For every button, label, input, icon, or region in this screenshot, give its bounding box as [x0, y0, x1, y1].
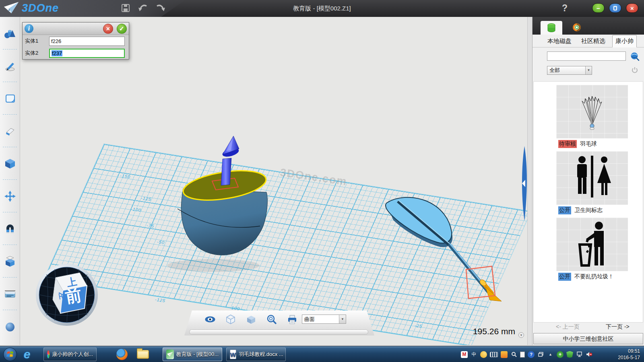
- maximize-button[interactable]: [609, 3, 621, 13]
- entity2-field[interactable]: f237: [49, 49, 125, 58]
- volume-muted-tray-icon[interactable]: [586, 351, 592, 358]
- shield-tray-icon[interactable]: [566, 351, 573, 358]
- print-icon[interactable]: [287, 314, 298, 325]
- power-icon[interactable]: [632, 67, 638, 73]
- tool-eraser[interactable]: [0, 115, 20, 147]
- measurement-readout: 195.26 mm: [427, 327, 515, 336]
- taskbar-button-word[interactable]: W 羽毛球教程.docx ...: [226, 348, 286, 361]
- tool-surface[interactable]: [0, 82, 20, 115]
- tool-combine[interactable]: [0, 245, 20, 278]
- prev-page-button[interactable]: <- 上一页: [556, 323, 580, 331]
- panel-collapse-handle[interactable]: [520, 145, 527, 222]
- network-tray-icon[interactable]: [576, 351, 583, 358]
- tool-move[interactable]: [0, 180, 20, 212]
- feather-tip-arrow[interactable]: [479, 279, 502, 301]
- model-list: 待审核 羽毛球 公开: [533, 81, 643, 323]
- tool-primitive-solids[interactable]: [0, 17, 20, 49]
- category-filter-select[interactable]: 全部 ▼: [547, 66, 592, 75]
- start-button[interactable]: [3, 348, 17, 361]
- logo-text: 3DOne: [22, 2, 59, 14]
- help-tray-icon[interactable]: ?: [528, 351, 535, 358]
- measure-icon: [4, 288, 16, 300]
- measurement-dropdown-button[interactable]: ▼: [518, 332, 524, 338]
- feather-solid[interactable]: [386, 197, 488, 291]
- display-mode-value: 曲面: [302, 316, 339, 323]
- model-thumbnail-littering[interactable]: [556, 218, 628, 271]
- viewport-scrollbar[interactable]: [527, 17, 532, 345]
- tab-user[interactable]: 康小帅: [612, 35, 637, 47]
- wireframe-cube-icon[interactable]: [225, 314, 236, 325]
- library-nav-tabs: 本地磁盘 社区精选 康小帅: [533, 35, 644, 47]
- taskbar-button-3done[interactable]: 教育版 - [模型00...: [163, 348, 222, 361]
- mail-tray-icon[interactable]: M: [461, 351, 468, 358]
- library-panel: 本地磁盘 社区精选 康小帅 全部 ▼: [532, 17, 644, 345]
- magnet-icon: [4, 223, 16, 235]
- 360-tray-icon[interactable]: +: [557, 351, 564, 358]
- moon-tray-icon[interactable]: [480, 351, 487, 358]
- tool-material[interactable]: [0, 310, 20, 343]
- model-name: 卫生间标志: [574, 207, 603, 214]
- view-cube[interactable]: 前 上 左: [35, 262, 99, 327]
- list-item[interactable]: 公开 不要乱扔垃圾！: [534, 218, 643, 281]
- internet-explorer-icon[interactable]: e: [20, 348, 34, 361]
- model-name: 不要乱扔垃圾！: [574, 273, 614, 280]
- list-item[interactable]: 公开 卫生间标志: [534, 151, 643, 214]
- undo-icon[interactable]: [138, 3, 148, 13]
- cancel-icon[interactable]: ×: [103, 24, 113, 34]
- window-restore-tray-icon[interactable]: [537, 351, 544, 358]
- next-page-button[interactable]: 下一页 ->: [606, 323, 630, 331]
- tab-community-featured[interactable]: 社区精选: [578, 35, 608, 47]
- restroom-sign-icon: [566, 154, 618, 202]
- entity1-label: 实体1: [25, 37, 49, 45]
- search-input[interactable]: [547, 51, 626, 61]
- minimize-button[interactable]: −: [592, 3, 605, 13]
- confirm-icon[interactable]: ✓: [117, 24, 127, 34]
- taskbar-clock[interactable]: 09:51 2016-5-17: [618, 348, 640, 361]
- 3done-app-icon: [166, 350, 174, 359]
- view-cube-side-label: 左: [57, 291, 66, 300]
- community-footer-button[interactable]: 中小学三维创意社区: [533, 333, 643, 344]
- filter-row: 全部 ▼: [533, 66, 644, 75]
- tool-measure[interactable]: [0, 278, 20, 310]
- tab-local-disk[interactable]: 本地磁盘: [545, 35, 574, 47]
- dialog-header[interactable]: i × ✓: [23, 23, 129, 35]
- tool-solid-edit[interactable]: [0, 147, 20, 180]
- chevron-down-icon[interactable]: ▼: [339, 315, 346, 323]
- title-bar: 3DOne 教育版 - [模型002.Z1] ? − ×: [0, 0, 644, 17]
- help-icon[interactable]: ?: [562, 3, 568, 14]
- paper-plane-icon: [3, 1, 19, 15]
- redo-icon[interactable]: [155, 3, 166, 13]
- display-mode-select[interactable]: 曲面 ▼: [302, 315, 346, 324]
- shaded-cube-icon[interactable]: [246, 314, 257, 325]
- close-button[interactable]: ×: [626, 3, 638, 13]
- show-hidden-icons-button[interactable]: ▲: [547, 351, 554, 358]
- model-thumbnail-restroom[interactable]: [556, 151, 628, 205]
- search-globe-icon[interactable]: [630, 51, 640, 61]
- save-icon[interactable]: [121, 3, 130, 13]
- taskbar-button-browser[interactable]: 康小帅的个人创...: [43, 348, 97, 361]
- firefox-icon[interactable]: [115, 348, 129, 361]
- left-toolbar: [0, 17, 20, 345]
- window-title: 教育版 - [模型002.Z1]: [293, 5, 351, 12]
- document-tray-icon[interactable]: [520, 352, 525, 358]
- entity1-field[interactable]: f226: [49, 37, 125, 46]
- local-database-tab[interactable]: [541, 21, 562, 35]
- keyboard-tray-icon[interactable]: [490, 352, 498, 357]
- search-row: [533, 51, 644, 61]
- horizontal-scrollbar[interactable]: [189, 329, 368, 335]
- visibility-eye-icon[interactable]: [204, 314, 216, 325]
- zoom-magnifier-icon[interactable]: [266, 314, 277, 325]
- tool-sketch[interactable]: [0, 49, 20, 82]
- file-explorer-icon[interactable]: [136, 348, 150, 361]
- input-method-indicator[interactable]: 中: [471, 351, 477, 358]
- magnifier-tray-icon[interactable]: [510, 351, 517, 358]
- windows-logo-icon: [6, 350, 14, 358]
- dome-solid[interactable]: [167, 166, 268, 272]
- view-cube-front-label: 前: [64, 286, 83, 306]
- list-item[interactable]: 待审核 羽毛球: [534, 85, 643, 148]
- tool-magnet[interactable]: [0, 212, 20, 245]
- sogou-tray-icon[interactable]: [501, 351, 508, 358]
- community-tab[interactable]: [569, 22, 585, 33]
- model-thumbnail-shuttlecock[interactable]: [556, 85, 628, 138]
- 3d-viewport[interactable]: -125 -100 -75 -50 -25 -150 -125 -100 -75…: [20, 17, 527, 345]
